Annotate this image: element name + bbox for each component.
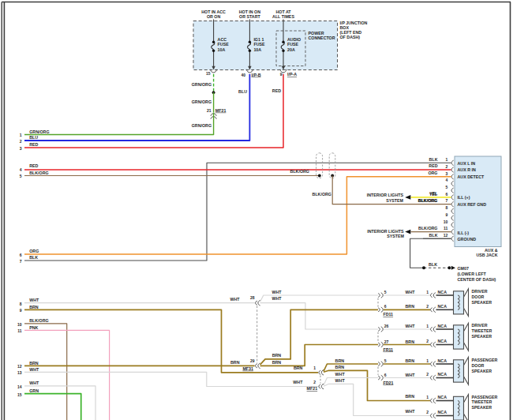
svg-text:ILL (-): ILL (-) — [458, 231, 470, 235]
svg-text:FD21: FD21 — [383, 381, 393, 385]
svg-text:SYSTEM: SYSTEM — [387, 234, 404, 238]
svg-text:8: 8 — [20, 302, 22, 306]
svg-text:SPEAKER: SPEAKER — [472, 300, 492, 305]
svg-text:4: 4 — [445, 178, 447, 182]
svg-text:TWEETER: TWEETER — [472, 399, 492, 404]
svg-text:26: 26 — [384, 324, 389, 328]
svg-text:9: 9 — [20, 308, 22, 313]
svg-text:5: 5 — [445, 185, 447, 189]
svg-text:DRIVER: DRIVER — [472, 323, 488, 328]
svg-text:WHT: WHT — [29, 367, 39, 372]
svg-text:NCA: NCA — [438, 304, 447, 309]
svg-text:GROUND: GROUND — [458, 237, 477, 242]
svg-text:27: 27 — [384, 339, 389, 344]
svg-text:12: 12 — [444, 233, 448, 238]
svg-text:NCA: NCA — [438, 395, 447, 399]
svg-text:NCA: NCA — [438, 358, 447, 363]
svg-text:2: 2 — [426, 410, 429, 414]
svg-text:WHT: WHT — [272, 296, 283, 301]
svg-text:BLK/ORG: BLK/ORG — [313, 192, 331, 197]
svg-text:BRN: BRN — [335, 358, 345, 363]
svg-text:AUDIO: AUDIO — [287, 37, 301, 42]
svg-text:MF21: MF21 — [307, 386, 318, 391]
svg-text:1: 1 — [426, 395, 429, 399]
svg-text:HOT IN ACC: HOT IN ACC — [201, 9, 226, 14]
svg-text:PASSENGER: PASSENGER — [472, 395, 498, 399]
svg-text:BLK/ORG: BLK/ORG — [418, 198, 437, 203]
svg-text:20A: 20A — [287, 47, 295, 52]
svg-text:OF DASH): OF DASH) — [340, 35, 361, 39]
svg-text:5: 5 — [20, 174, 22, 178]
svg-text:BRN: BRN — [29, 361, 39, 366]
svg-text:HOT AT: HOT AT — [275, 9, 291, 14]
svg-text:FUSE: FUSE — [287, 42, 299, 47]
svg-text:I/P-B: I/P-B — [252, 73, 261, 77]
svg-text:NCA: NCA — [438, 410, 447, 414]
svg-text:12: 12 — [17, 364, 22, 369]
svg-text:RED: RED — [29, 142, 38, 147]
svg-text:GRN/ORG: GRN/ORG — [29, 129, 49, 134]
svg-text:3: 3 — [20, 146, 22, 151]
svg-text:10A: 10A — [218, 47, 226, 52]
svg-text:USB JACK: USB JACK — [476, 253, 497, 257]
svg-text:28: 28 — [250, 295, 255, 300]
svg-text:PASSENGER: PASSENGER — [472, 358, 498, 362]
svg-text:CENTER OF DASH): CENTER OF DASH) — [458, 277, 496, 282]
svg-text:6: 6 — [384, 304, 387, 309]
svg-text:21: 21 — [207, 108, 212, 113]
svg-text:BLU: BLU — [29, 135, 38, 140]
svg-text:BLK: BLK — [429, 262, 437, 267]
svg-text:SPEAKER: SPEAKER — [472, 369, 492, 373]
svg-text:INTERIOR LIGHTS: INTERIOR LIGHTS — [367, 229, 404, 234]
svg-text:BRN: BRN — [272, 353, 282, 358]
svg-text:POWER: POWER — [309, 31, 324, 36]
svg-text:PNK: PNK — [29, 325, 38, 330]
svg-text:6: 6 — [20, 253, 22, 257]
svg-text:BRN: BRN — [406, 394, 415, 399]
svg-text:OR START: OR START — [239, 14, 260, 19]
svg-text:6: 6 — [445, 192, 447, 197]
svg-text:5: 5 — [384, 358, 387, 363]
svg-text:6: 6 — [384, 373, 387, 377]
svg-text:2: 2 — [445, 164, 447, 169]
svg-text:TWEETER: TWEETER — [472, 328, 492, 333]
svg-text:ORG: ORG — [29, 249, 39, 253]
svg-text:BLK/ORG: BLK/ORG — [29, 318, 48, 323]
svg-text:YEL: YEL — [429, 192, 438, 197]
svg-text:FR11: FR11 — [383, 347, 393, 352]
svg-text:WHT: WHT — [29, 298, 39, 302]
svg-text:NCA: NCA — [438, 324, 447, 328]
svg-text:1: 1 — [445, 157, 447, 162]
svg-text:BRN: BRN — [406, 304, 415, 309]
svg-text:RED: RED — [429, 163, 437, 168]
svg-text:2: 2 — [20, 139, 22, 144]
svg-text:WHT: WHT — [335, 378, 346, 383]
svg-text:7: 7 — [445, 198, 447, 203]
svg-text:2: 2 — [426, 372, 429, 377]
svg-text:AUX L IN: AUX L IN — [458, 161, 476, 166]
svg-text:AUX &: AUX & — [485, 248, 498, 253]
svg-text:INTERIOR LIGHTS: INTERIOR LIGHTS — [367, 193, 404, 197]
svg-text:NCA: NCA — [438, 339, 447, 343]
svg-text:AUX DETECT: AUX DETECT — [458, 174, 485, 179]
svg-text:BLU: BLU — [238, 89, 247, 94]
svg-text:2: 2 — [426, 339, 429, 343]
svg-text:1: 1 — [426, 290, 429, 294]
svg-text:BRN: BRN — [335, 365, 345, 369]
svg-text:HOT IN ON: HOT IN ON — [239, 9, 261, 14]
svg-text:10: 10 — [17, 322, 22, 327]
svg-text:NCA: NCA — [438, 290, 447, 294]
svg-text:11: 11 — [17, 328, 22, 333]
svg-text:BRN: BRN — [294, 366, 303, 370]
svg-text:2: 2 — [313, 380, 316, 384]
svg-text:9: 9 — [445, 212, 447, 217]
svg-text:ILL (+): ILL (+) — [458, 195, 470, 200]
svg-text:AUX R IN: AUX R IN — [458, 167, 476, 172]
svg-text:WHT: WHT — [406, 324, 416, 328]
svg-text:SPEAKER: SPEAKER — [472, 405, 492, 410]
svg-text:4: 4 — [20, 167, 22, 172]
svg-text:BLK: BLK — [29, 255, 38, 260]
svg-text:(LOWER LEFT: (LOWER LEFT — [458, 272, 487, 276]
svg-text:IG1 1: IG1 1 — [253, 37, 264, 42]
svg-text:BRN: BRN — [29, 305, 39, 309]
